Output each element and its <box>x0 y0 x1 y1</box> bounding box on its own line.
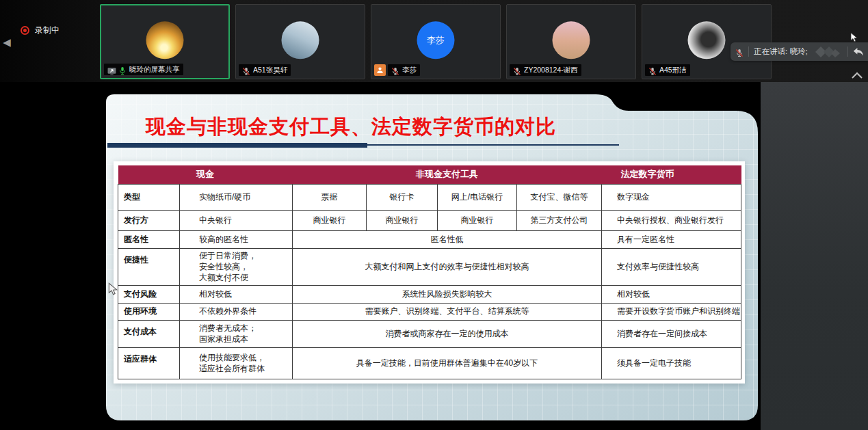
table-row: 适应群体使用技能要求低， 适应社会所有群体具备一定技能，目前使用群体普遍集中在4… <box>118 347 741 379</box>
collapse-left-icon[interactable]: ◀ <box>1 34 13 51</box>
table-cell: 票据 <box>293 184 367 210</box>
table-cell: 消费者存在一定间接成本 <box>602 320 741 347</box>
table-cell: 相对较低 <box>180 285 293 303</box>
chevron-up-icon[interactable] <box>851 70 863 78</box>
table-cell: 相对较低 <box>602 285 741 303</box>
table-cell: 支付宝、微信等 <box>517 184 602 210</box>
video-strip: ◀ 录制中 晓玲的屏幕共享 A51张昊轩李莎 李莎 <box>0 0 868 82</box>
app-background-band <box>761 82 868 430</box>
table-row: 匿名性较高的匿名性匿名性低具有一定匿名性 <box>118 230 741 248</box>
tile-footer: A51张昊轩 <box>239 64 291 76</box>
row-label-cell: 便捷性 <box>118 248 180 285</box>
table-cell: 不依赖外界条件 <box>180 303 293 320</box>
participant-tile[interactable]: A51张昊轩 <box>235 4 365 79</box>
screen-share-icon <box>107 66 116 74</box>
participant-tile[interactable]: A45邢洁 <box>642 4 772 79</box>
mic-muted-icon <box>513 66 521 75</box>
toolbar-divider <box>748 46 749 57</box>
table-cell: 网上/电话银行 <box>438 184 517 210</box>
participant-avatar <box>553 21 590 59</box>
table-row: 使用环境不依赖外界条件需要账户、识别终端、支付平台、结算系统等需要开设数字货币账… <box>118 303 741 320</box>
table-cell: 便于日常消费， 安全性较高， 大额支付不便 <box>180 248 293 285</box>
presentation-slide: 现金与非现金支付工具、法定数字货币的对比 现金非现金支付工具法定数字货币 类型实… <box>106 94 759 420</box>
row-label-cell: 支付风险 <box>118 285 180 303</box>
table-cell: 数字现金 <box>602 184 741 210</box>
table-cell: 需要账户、识别终端、支付平台、结算系统等 <box>293 303 602 320</box>
table-header-cell: 现金 <box>118 165 293 184</box>
comparison-table: 现金非现金支付工具法定数字货币 类型实物纸币/硬币票据银行卡网上/电话银行支付宝… <box>118 165 741 379</box>
participant-name-bar: A45邢洁 <box>645 64 690 76</box>
table-cell: 商业银行 <box>293 210 367 230</box>
table-cell: 较高的匿名性 <box>180 230 293 248</box>
participant-tile[interactable]: ZY2008124-谢西 <box>506 4 636 79</box>
mic-muted-icon <box>242 66 250 75</box>
participant-name: 李莎 <box>402 66 417 75</box>
participant-name-bar: A51张昊轩 <box>239 64 291 76</box>
table-row: 支付成本消费者无成本； 国家承担成本消费者或商家存在一定的使用成本消费者存在一定… <box>118 320 741 347</box>
row-label-cell: 类型 <box>118 184 180 210</box>
table-cell: 消费者无成本； 国家承担成本 <box>180 320 293 347</box>
recording-label: 录制中 <box>35 25 60 36</box>
table-cell: 银行卡 <box>367 184 438 210</box>
table-cell: 支付效率与便捷性较高 <box>602 248 741 285</box>
toolbar-divider <box>847 46 848 57</box>
title-underline-thin <box>367 144 619 146</box>
table-header-row: 现金非现金支付工具法定数字货币 <box>118 165 741 184</box>
tile-footer: 晓玲的屏幕共享 <box>104 64 183 75</box>
table-cell: 需要开设数字货币账户和识别终端 <box>602 303 741 320</box>
mic-muted-icon <box>391 66 399 75</box>
participant-name: 晓玲的屏幕共享 <box>129 65 180 75</box>
table-row: 发行方中央银行商业银行商业银行商业银行第三方支付公司中央银行授权、商业银行发行 <box>118 210 741 230</box>
table-cell: 中央银行授权、商业银行发行 <box>602 210 741 230</box>
participant-tile[interactable]: 晓玲的屏幕共享 <box>100 4 230 79</box>
speaking-toolbar: 正在讲话: 晓玲; <box>731 42 868 61</box>
table-cell: 大额支付和网上支付的效率与便捷性相对较高 <box>293 248 602 285</box>
table-cell: 中央银行 <box>180 210 293 230</box>
row-label-cell: 使用环境 <box>118 303 180 320</box>
participant-name-bar: ZY2008124-谢西 <box>510 64 581 76</box>
person-badge-icon <box>374 64 386 76</box>
table-cell: 第三方支付公司 <box>517 210 602 230</box>
recording-dot-icon <box>21 26 29 35</box>
participant-name: A45邢洁 <box>659 66 687 75</box>
table-row: 便捷性便于日常消费， 安全性较高， 大额支付不便大额支付和网上支付的效率与便捷性… <box>118 248 741 285</box>
participant-tile[interactable]: 李莎 李莎 <box>371 4 501 79</box>
mic-muted-icon <box>648 66 657 75</box>
table-header-cell: 非现金支付工具 <box>293 165 602 184</box>
slide-title: 现金与非现金支付工具、法定数字货币的对比 <box>146 113 734 141</box>
participant-name-bar: 李莎 <box>388 64 420 76</box>
table-cell: 消费者或商家存在一定的使用成本 <box>293 320 602 347</box>
table-cell: 须具备一定电子技能 <box>602 347 741 379</box>
table-cell: 系统性风险损失影响较大 <box>293 285 602 303</box>
participant-avatar <box>146 21 184 59</box>
participant-avatar <box>282 21 319 59</box>
table-cell: 商业银行 <box>367 210 438 230</box>
tile-footer: ZY2008124-谢西 <box>510 64 581 76</box>
title-underline-thick <box>107 143 367 148</box>
table-cell: 匿名性低 <box>293 230 602 248</box>
reply-arrow-icon[interactable] <box>853 47 864 57</box>
recording-indicator: 录制中 <box>21 25 60 36</box>
participant-avatar <box>688 21 726 59</box>
participant-name: A51张昊轩 <box>253 66 287 75</box>
tile-footer: A45邢洁 <box>645 64 690 76</box>
comparison-table-panel: 现金非现金支付工具法定数字货币 类型实物纸币/硬币票据银行卡网上/电话银行支付宝… <box>114 161 745 384</box>
table-cell: 使用技能要求低， 适应社会所有群体 <box>180 347 293 379</box>
row-label-cell: 匿名性 <box>118 230 180 248</box>
tile-footer: 李莎 <box>374 64 420 76</box>
meeting-app-window: { "meeting": { "recording_label": "录制中",… <box>0 0 868 430</box>
table-cell: 具有一定匿名性 <box>602 230 741 248</box>
table-header-cell: 法定数字货币 <box>602 165 741 184</box>
row-label-cell: 发行方 <box>118 210 180 230</box>
table-cell: 商业银行 <box>438 210 517 230</box>
participant-tiles: 晓玲的屏幕共享 A51张昊轩李莎 李莎 ZY2008124-谢西 A45邢洁 <box>100 4 772 79</box>
mic-on-icon <box>118 66 127 74</box>
table-cell: 具备一定技能，目前使用群体普遍集中在40岁以下 <box>293 347 602 379</box>
brand-watermark-icon <box>814 45 843 59</box>
mic-muted-icon[interactable] <box>735 48 744 56</box>
speaking-status: 正在讲话: 晓玲; <box>754 46 808 57</box>
participant-name: ZY2008124-谢西 <box>524 66 578 75</box>
row-label-cell: 支付成本 <box>118 320 180 347</box>
participant-name-bar: 晓玲的屏幕共享 <box>104 64 183 75</box>
row-label-cell: 适应群体 <box>118 347 180 379</box>
